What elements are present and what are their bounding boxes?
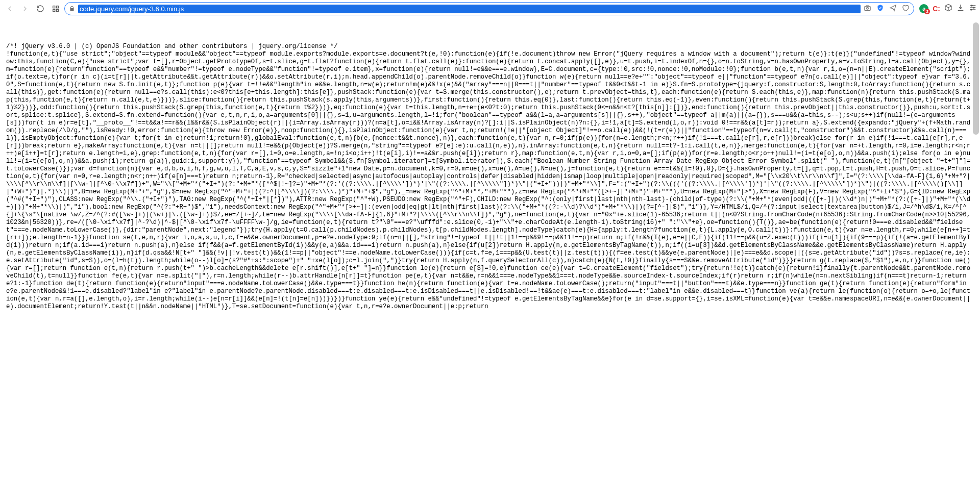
apps-button[interactable] xyxy=(49,2,62,15)
send-icon[interactable] xyxy=(889,4,897,14)
svg-point-9 xyxy=(971,5,972,6)
toolbar-right-cluster: a 2 C: xyxy=(916,4,977,14)
svg-rect-1 xyxy=(56,6,58,8)
svg-rect-0 xyxy=(53,6,55,8)
extension-a-badge: 2 xyxy=(924,9,930,14)
extension-c-label: C: xyxy=(933,5,940,13)
heart-icon[interactable] xyxy=(902,4,910,14)
back-button[interactable] xyxy=(3,2,16,15)
svg-point-11 xyxy=(971,9,972,10)
camera-icon[interactable] xyxy=(864,4,871,14)
extension-c-icon[interactable]: C: xyxy=(933,5,940,13)
source-viewport[interactable]: /*! jQuery v3.6.0 | (c) OpenJS Foundatio… xyxy=(0,17,980,503)
reload-button[interactable] xyxy=(34,2,47,15)
extension-cube-icon[interactable] xyxy=(944,4,952,14)
svg-rect-4 xyxy=(865,6,870,10)
settings-menu-icon[interactable] xyxy=(969,4,977,14)
source-text[interactable]: /*! jQuery v3.6.0 | (c) OpenJS Foundatio… xyxy=(6,43,974,311)
scrollbar-thumb[interactable] xyxy=(973,22,979,135)
url-text[interactable]: code.jquery.com/jquery-3.6.0.min.js xyxy=(78,5,861,13)
svg-point-5 xyxy=(867,7,869,9)
svg-point-10 xyxy=(973,7,974,8)
browser-toolbar: code.jquery.com/jquery-3.6.0.min.js a 2 … xyxy=(0,0,980,17)
extension-a-icon[interactable]: a 2 xyxy=(919,4,928,13)
forward-button[interactable] xyxy=(18,2,32,15)
svg-rect-3 xyxy=(56,9,58,11)
address-bar[interactable]: code.jquery.com/jquery-3.6.0.min.js xyxy=(64,2,914,15)
svg-rect-2 xyxy=(53,9,55,11)
lock-icon xyxy=(69,6,75,12)
download-icon[interactable] xyxy=(957,4,965,14)
shield-check-icon[interactable] xyxy=(876,4,884,14)
